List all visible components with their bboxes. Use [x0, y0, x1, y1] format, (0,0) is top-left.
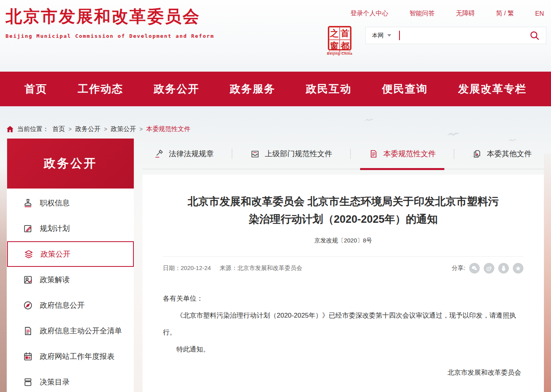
document-number: 京发改规〔2020〕8号	[163, 237, 523, 244]
sidebar-item-proactive-disclosure-list[interactable]: 政府信息主动公开全清单	[7, 318, 134, 344]
sidebar-item-label: 政府信息公开	[40, 300, 85, 311]
paragraph: 特此通知。	[163, 341, 523, 358]
breadcrumb-home[interactable]: 首页	[52, 125, 65, 133]
tab-separator	[454, 149, 454, 159]
tab-separator	[350, 149, 351, 159]
search-input[interactable]: 本网	[365, 27, 546, 44]
document-type-tabs: 法律法规规章 上级部门规范性文件	[142, 139, 544, 169]
annual-report-icon	[23, 351, 33, 362]
sidebar-item-label: 政策公开	[41, 249, 70, 259]
stamp-char: 之	[329, 27, 340, 40]
article-title: 北京市发展和改革委员会 北京市生态环境局关于印发北京市塑料污染治理行动计划（20…	[184, 193, 503, 228]
breadcrumb: 当前位置： 首页 > 政务公开 > 政策公开 > 本委规范性文件	[0, 106, 551, 134]
salutation: 各有关单位：	[163, 290, 523, 307]
nav-convenient-query[interactable]: 便民查询	[382, 82, 428, 96]
site-logo[interactable]: 北京市发展和改革委员会 Beijing Municipal Commission…	[6, 6, 214, 39]
sidebar-item-policy-disclosure[interactable]: 政策公开	[7, 241, 134, 267]
search-scope-label: 本网	[372, 32, 384, 39]
paragraph: 《北京市塑料污染治理行动计划（2020-2025年）》已经市委深改委第十四次会议…	[163, 307, 523, 341]
background-photo-right-edge	[544, 153, 551, 392]
nav-public-interaction[interactable]: 政民互动	[306, 82, 351, 96]
main-navigation: 首页 工作动态 政务公开 政务服务 政民互动 便民查询 发展改革专栏	[0, 72, 551, 106]
article-meta: 日期：2020-12-24 来源：北京市发展和改革委员会 分享:	[163, 263, 523, 274]
date-source: 日期：2020-12-24 来源：北京市发展和改革委员会	[163, 264, 302, 272]
simplified-traditional-link[interactable]: 简 / 繁	[496, 9, 514, 18]
nav-gov-disclosure[interactable]: 政务公开	[154, 82, 200, 96]
files-icon	[472, 149, 482, 159]
main-content: 法律法规规章 上级部门规范性文件	[142, 139, 544, 392]
nav-reform-column[interactable]: 发展改革专栏	[458, 82, 527, 96]
sidebar: 政务公开 职权信息 规划计划	[7, 139, 134, 392]
layers-icon	[24, 249, 34, 259]
stamp-char: 都	[340, 40, 350, 52]
sidebar-menu: 职权信息 规划计划 政策公开	[7, 189, 134, 392]
tab-other-docs[interactable]: 本委其他文件	[464, 139, 540, 169]
home-icon	[6, 126, 14, 133]
breadcrumb-gov-disclosure[interactable]: 政务公开	[75, 125, 100, 133]
sidebar-item-gov-info-disclosure[interactable]: 政府信息公开	[7, 292, 134, 318]
meta-divider	[163, 256, 523, 257]
source-value: 北京市发展和改革委员会	[237, 264, 302, 271]
plan-edit-icon	[23, 224, 33, 234]
tab-laws-regulations[interactable]: 法律法规规章	[146, 139, 222, 169]
stamp-caption: Beijing-China	[324, 52, 355, 55]
background-photo-left-edge	[0, 165, 7, 392]
gavel-icon	[154, 149, 164, 159]
tab-label: 本委规范性文件	[383, 149, 436, 159]
share-favorite-icon[interactable]	[513, 263, 523, 274]
smart-qa-link[interactable]: 智能问答	[409, 9, 435, 18]
bird-decoration	[447, 131, 460, 137]
sidebar-item-label: 政府网站工作年度报表	[40, 351, 115, 362]
capital-window-logo[interactable]: 之 首 窗 都 Beijing-China	[324, 26, 355, 55]
share-label: 分享:	[452, 264, 465, 272]
article-panel: 北京市发展和改革委员会 北京市生态环境局关于印发北京市塑料污染治理行动计划（20…	[142, 175, 544, 392]
site-header: 北京市发展和改革委员会 Beijing Municipal Commission…	[0, 0, 551, 72]
tab-label: 本委其他文件	[487, 149, 532, 159]
search-icon[interactable]	[529, 30, 540, 41]
date-label: 日期：	[163, 264, 181, 271]
site-title: 北京市发展和改革委员会	[6, 6, 214, 28]
tab-label: 法律法规规章	[169, 149, 214, 159]
chevron-down-icon	[387, 34, 391, 37]
sidebar-item-planning[interactable]: 规划计划	[7, 216, 134, 241]
site-subtitle: Beijing Municipal Commission of Developm…	[6, 33, 214, 39]
person-check-icon	[23, 275, 33, 285]
sidebar-item-label: 决策目录	[40, 377, 70, 387]
tab-superior-normative-docs[interactable]: 上级部门规范性文件	[242, 139, 341, 169]
english-link[interactable]: EN	[535, 10, 544, 17]
sidebar-item-label: 规划计划	[40, 224, 70, 234]
sidebar-title: 政务公开	[7, 139, 134, 189]
utility-links: 登录个人中心 智能问答 无障碍 简 / 繁 EN	[350, 9, 544, 18]
nav-work-news[interactable]: 工作动态	[78, 82, 123, 96]
share-qq-icon[interactable]	[498, 263, 509, 274]
page-body: 当前位置： 首页 > 政务公开 > 政策公开 > 本委规范性文件 政务公开 职权…	[0, 106, 551, 392]
breadcrumb-policy-disclosure[interactable]: 政策公开	[111, 125, 136, 133]
content-layout: 政务公开 职权信息 规划计划	[7, 139, 544, 392]
breadcrumb-separator: >	[68, 126, 72, 132]
breadcrumb-label: 当前位置：	[17, 125, 49, 133]
breadcrumb-current: 本委规范性文件	[146, 125, 190, 133]
share-weibo-icon[interactable]	[484, 263, 494, 274]
nav-home[interactable]: 首页	[24, 82, 47, 96]
sidebar-item-label: 政策解读	[40, 275, 70, 285]
tab-commission-normative-docs[interactable]: 本委规范性文件	[360, 139, 444, 169]
date-value: 2020-12-24	[181, 264, 211, 271]
source-label: 来源：	[220, 264, 237, 271]
stamp-char: 窗	[329, 40, 340, 52]
accessibility-link[interactable]: 无障碍	[456, 9, 475, 18]
inbox-icon	[250, 149, 260, 159]
sidebar-item-label: 职权信息	[40, 198, 70, 208]
sidebar-item-authority-info[interactable]: 职权信息	[7, 190, 134, 216]
login-link[interactable]: 登录个人中心	[350, 9, 388, 18]
sidebar-item-policy-interpretation[interactable]: 政策解读	[7, 267, 134, 292]
search-scope-dropdown[interactable]: 本网	[372, 32, 391, 39]
compass-icon	[23, 300, 33, 311]
signature: 北京市发展和改革委员会	[163, 364, 523, 381]
nav-gov-services[interactable]: 政务服务	[230, 82, 276, 96]
breadcrumb-separator: >	[139, 126, 142, 132]
share-wechat-icon[interactable]	[469, 263, 480, 274]
article-body: 各有关单位： 《北京市塑料污染治理行动计划（2020-2025年）》已经市委深改…	[163, 290, 523, 381]
sidebar-item-decision-catalog[interactable]: 决策目录	[7, 369, 134, 392]
document-list-icon	[23, 326, 33, 336]
sidebar-item-website-annual-report[interactable]: 政府网站工作年度报表	[7, 344, 134, 369]
